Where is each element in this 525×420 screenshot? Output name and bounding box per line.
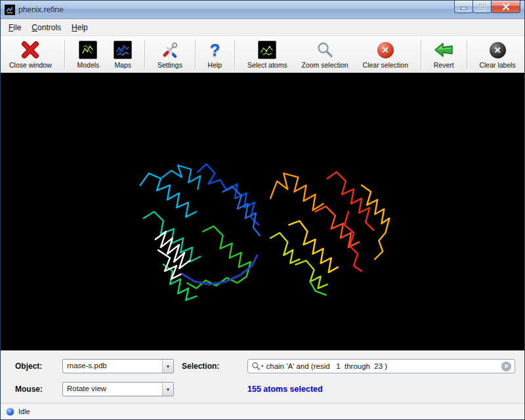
maximize-icon [478, 3, 486, 10]
toolbar-help[interactable]: ? Help [206, 39, 224, 70]
menu-help[interactable]: Help [66, 21, 93, 34]
maximize-button[interactable] [472, 1, 492, 13]
toolbar: Close window Models Maps Settings ? [1, 36, 524, 73]
search-icon[interactable] [251, 362, 261, 371]
toolbar-models[interactable]: Models [75, 39, 102, 70]
window-title: phenix.refine [18, 5, 64, 14]
titlebar[interactable]: phenix.refine [1, 1, 524, 19]
status-bar: Idle [1, 403, 524, 419]
toolbar-clear-labels[interactable]: ✕ Clear labels [477, 39, 517, 70]
toolbar-settings[interactable]: Settings [156, 39, 184, 70]
help-icon: ? [209, 40, 220, 60]
selection-search-field[interactable]: ▾ ✕ [247, 359, 515, 373]
toolbar-revert[interactable]: Revert [432, 39, 456, 70]
menu-file[interactable]: File [3, 21, 26, 34]
clear-labels-icon: ✕ [490, 40, 506, 60]
gl-viewport[interactable] [1, 73, 524, 350]
close-icon [502, 3, 510, 10]
object-dropdown[interactable]: rnase-s.pdb ▼ [62, 359, 174, 373]
close-window-icon [21, 40, 39, 60]
mouse-dropdown[interactable]: Rotate view ▼ [62, 382, 174, 396]
toolbar-zoom-selection[interactable]: Zoom selection [300, 39, 350, 70]
object-label: Object: [15, 362, 54, 371]
select-atoms-icon [258, 40, 276, 60]
minimize-button[interactable] [454, 1, 473, 13]
status-text: Idle [18, 408, 30, 415]
maps-icon [114, 40, 132, 60]
selection-input[interactable] [264, 362, 501, 370]
toolbar-separator [421, 40, 421, 69]
revert-icon [434, 40, 453, 60]
toolbar-separator [467, 40, 467, 69]
toolbar-separator [64, 40, 65, 69]
toolbar-maps[interactable]: Maps [112, 39, 134, 70]
settings-icon [161, 40, 179, 60]
dropdown-arrow-icon[interactable]: ▼ [162, 383, 173, 396]
molecule-render [1, 73, 524, 350]
clear-selection-icon: ✕ [377, 40, 394, 60]
app-window: phenix.refine File Controls Help Close w… [0, 0, 525, 420]
toolbar-close-window[interactable]: Close window [7, 39, 54, 70]
app-icon [5, 5, 15, 15]
menu-controls[interactable]: Controls [26, 21, 66, 34]
selection-label: Selection: [182, 362, 240, 371]
toolbar-separator [144, 40, 145, 69]
mouse-label: Mouse: [15, 385, 54, 394]
minimize-icon [460, 3, 468, 10]
mouse-dropdown-value: Rotate view [63, 383, 162, 396]
window-controls [455, 1, 520, 13]
toolbar-select-atoms[interactable]: Select atoms [245, 39, 289, 70]
dropdown-arrow-icon[interactable]: ▼ [162, 360, 173, 373]
status-orb-icon [7, 408, 14, 415]
menubar: File Controls Help [1, 19, 524, 36]
models-icon [79, 40, 97, 60]
zoom-selection-icon [316, 40, 334, 60]
object-dropdown-value: rnase-s.pdb [63, 360, 162, 373]
toolbar-separator [195, 40, 196, 69]
atoms-selected-status: 155 atoms selected [247, 385, 515, 394]
toolbar-separator [234, 40, 235, 69]
close-button[interactable] [491, 1, 520, 13]
toolbar-clear-selection[interactable]: ✕ Clear selection [361, 39, 410, 70]
clear-search-icon[interactable]: ✕ [501, 362, 511, 371]
control-panel: Object: rnase-s.pdb ▼ Selection: ▾ ✕ Mou… [1, 350, 524, 403]
